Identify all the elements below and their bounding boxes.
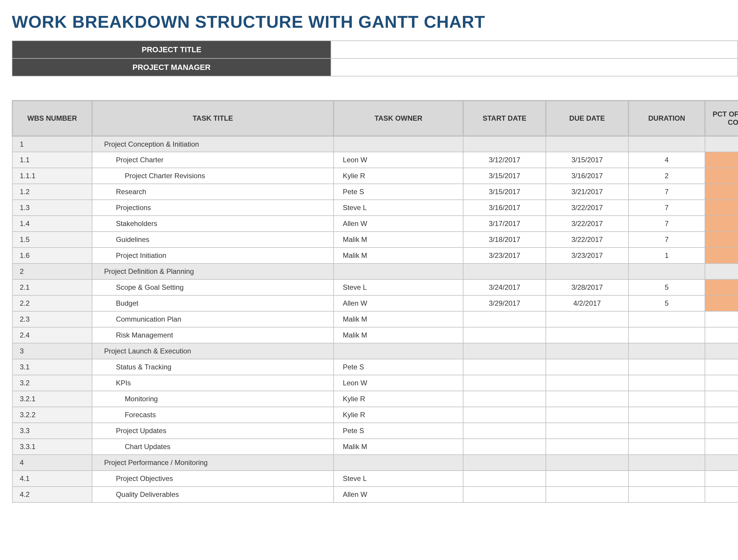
cell-title[interactable]: Budget: [92, 296, 334, 311]
cell-pct[interactable]: 6: [705, 231, 738, 247]
cell-owner[interactable]: Kylie R: [334, 391, 463, 407]
cell-title[interactable]: Guidelines: [92, 231, 334, 247]
cell-pct[interactable]: 0: [705, 327, 738, 343]
cell-start[interactable]: 3/17/2017: [463, 216, 546, 231]
cell-due[interactable]: [546, 487, 629, 502]
cell-due[interactable]: [546, 471, 629, 487]
cell-pct[interactable]: 0: [705, 359, 738, 375]
cell-due[interactable]: [546, 455, 629, 471]
cell-pct[interactable]: 9: [705, 184, 738, 200]
cell-duration[interactable]: 1: [629, 247, 705, 263]
cell-title[interactable]: Project Initiation: [92, 247, 334, 263]
cell-pct[interactable]: 0: [705, 311, 738, 327]
cell-duration[interactable]: [629, 423, 705, 439]
cell-due[interactable]: [546, 391, 629, 407]
cell-due[interactable]: 4/2/2017: [546, 296, 629, 311]
cell-title[interactable]: Scope & Goal Setting: [92, 279, 334, 296]
cell-pct[interactable]: [705, 263, 738, 279]
cell-duration[interactable]: 7: [629, 216, 705, 231]
cell-wbs[interactable]: 1.3: [12, 200, 92, 216]
cell-start[interactable]: [463, 343, 546, 359]
cell-wbs[interactable]: 4: [12, 455, 92, 471]
cell-pct[interactable]: 0: [705, 439, 738, 455]
cell-title[interactable]: Communication Plan: [92, 311, 334, 327]
cell-start[interactable]: [463, 359, 546, 375]
cell-title[interactable]: Project Charter Revisions: [92, 168, 334, 184]
cell-due[interactable]: [546, 423, 629, 439]
cell-due[interactable]: 3/23/2017: [546, 247, 629, 263]
cell-duration[interactable]: 5: [629, 296, 705, 311]
cell-duration[interactable]: [629, 455, 705, 471]
cell-owner[interactable]: Pete S: [334, 423, 463, 439]
cell-start[interactable]: [463, 423, 546, 439]
cell-wbs[interactable]: 3.3: [12, 423, 92, 439]
cell-start[interactable]: [463, 471, 546, 487]
cell-start[interactable]: [463, 311, 546, 327]
cell-wbs[interactable]: 1.2: [12, 184, 92, 200]
cell-start[interactable]: [463, 407, 546, 423]
cell-title[interactable]: Quality Deliverables: [92, 487, 334, 502]
cell-title[interactable]: Project Updates: [92, 423, 334, 439]
cell-wbs[interactable]: 1.1: [12, 152, 92, 168]
cell-owner[interactable]: Leon W: [334, 152, 463, 168]
cell-wbs[interactable]: 3.2: [12, 375, 92, 391]
cell-owner[interactable]: Allen W: [334, 296, 463, 311]
cell-due[interactable]: 3/22/2017: [546, 200, 629, 216]
cell-duration[interactable]: 4: [629, 152, 705, 168]
cell-duration[interactable]: [629, 136, 705, 152]
cell-due[interactable]: [546, 439, 629, 455]
cell-start[interactable]: 3/15/2017: [463, 168, 546, 184]
cell-duration[interactable]: [629, 327, 705, 343]
cell-owner[interactable]: [334, 136, 463, 152]
cell-start[interactable]: [463, 391, 546, 407]
cell-pct[interactable]: 0: [705, 407, 738, 423]
cell-wbs[interactable]: 4.2: [12, 487, 92, 502]
cell-owner[interactable]: Pete S: [334, 359, 463, 375]
cell-wbs[interactable]: 2.2: [12, 296, 92, 311]
cell-duration[interactable]: 5: [629, 279, 705, 296]
cell-title[interactable]: Project Charter: [92, 152, 334, 168]
cell-title[interactable]: Project Performance / Monitoring: [92, 455, 334, 471]
cell-title[interactable]: Monitoring: [92, 391, 334, 407]
cell-owner[interactable]: Steve L: [334, 200, 463, 216]
cell-start[interactable]: [463, 487, 546, 502]
cell-due[interactable]: [546, 311, 629, 327]
cell-pct[interactable]: 0: [705, 423, 738, 439]
cell-due[interactable]: [546, 327, 629, 343]
cell-pct[interactable]: 3: [705, 296, 738, 311]
cell-duration[interactable]: [629, 407, 705, 423]
cell-owner[interactable]: Malik M: [334, 247, 463, 263]
cell-start[interactable]: [463, 375, 546, 391]
cell-title[interactable]: Status & Tracking: [92, 359, 334, 375]
cell-owner[interactable]: Malik M: [334, 439, 463, 455]
cell-due[interactable]: 3/28/2017: [546, 279, 629, 296]
cell-start[interactable]: 3/15/2017: [463, 184, 546, 200]
cell-owner[interactable]: Kylie R: [334, 168, 463, 184]
cell-owner[interactable]: [334, 343, 463, 359]
cell-due[interactable]: [546, 136, 629, 152]
cell-owner[interactable]: Steve L: [334, 471, 463, 487]
cell-due[interactable]: [546, 343, 629, 359]
cell-title[interactable]: Stakeholders: [92, 216, 334, 231]
cell-duration[interactable]: [629, 311, 705, 327]
cell-wbs[interactable]: 2.3: [12, 311, 92, 327]
cell-pct[interactable]: 7: [705, 216, 738, 231]
cell-owner[interactable]: Allen W: [334, 487, 463, 502]
cell-duration[interactable]: [629, 359, 705, 375]
cell-title[interactable]: Research: [92, 184, 334, 200]
cell-wbs[interactable]: 1.5: [12, 231, 92, 247]
cell-due[interactable]: 3/22/2017: [546, 231, 629, 247]
cell-wbs[interactable]: 1.6: [12, 247, 92, 263]
cell-wbs[interactable]: 2: [12, 263, 92, 279]
cell-duration[interactable]: 2: [629, 168, 705, 184]
cell-title[interactable]: Project Objectives: [92, 471, 334, 487]
cell-owner[interactable]: Malik M: [334, 327, 463, 343]
cell-title[interactable]: Project Definition & Planning: [92, 263, 334, 279]
cell-due[interactable]: [546, 407, 629, 423]
cell-owner[interactable]: Pete S: [334, 184, 463, 200]
cell-title[interactable]: Chart Updates: [92, 439, 334, 455]
cell-title[interactable]: Forecasts: [92, 407, 334, 423]
cell-duration[interactable]: [629, 263, 705, 279]
cell-wbs[interactable]: 3.1: [12, 359, 92, 375]
cell-duration[interactable]: [629, 487, 705, 502]
